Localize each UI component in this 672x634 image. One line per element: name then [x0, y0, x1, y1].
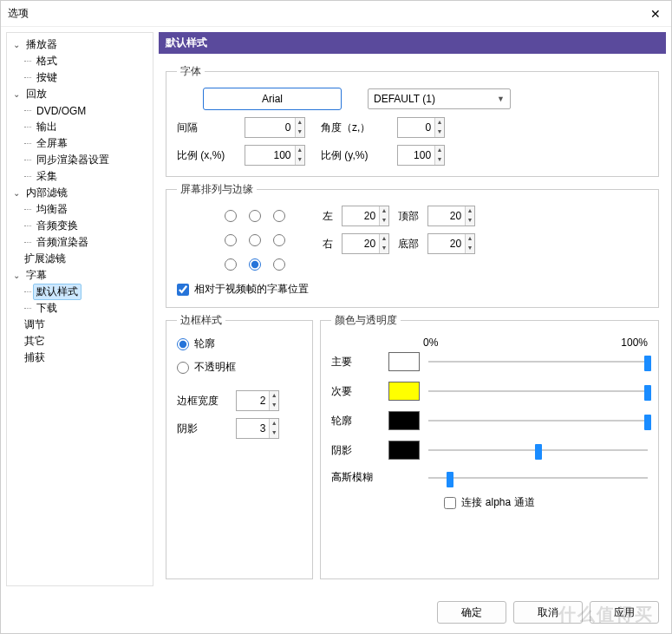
spacing-spin[interactable]: ▲▼ [245, 117, 305, 138]
caret-icon[interactable]: ⌄ [10, 271, 23, 280]
tree-item[interactable]: 格式 [9, 53, 151, 69]
align-radio[interactable] [273, 234, 285, 246]
scaley-input[interactable] [398, 146, 434, 165]
relative-checkbox[interactable]: 相对于视频帧的字幕位置 [177, 282, 648, 297]
primary-swatch[interactable] [388, 352, 420, 371]
align-radio[interactable] [225, 258, 237, 271]
shadow-slider[interactable] [428, 444, 648, 456]
ok-button[interactable]: 确定 [437, 601, 506, 624]
caret-icon[interactable]: ⌄ [10, 89, 23, 99]
relative-checkbox-input[interactable] [177, 284, 189, 296]
spin-up-icon[interactable]: ▲ [270, 419, 278, 428]
tree-item[interactable]: 默认样式 [9, 284, 151, 300]
tree-item[interactable]: 扩展滤镜 [9, 251, 151, 267]
spin-down-icon[interactable]: ▼ [466, 216, 474, 225]
tree-item[interactable]: 按键 [9, 69, 151, 86]
scalex-input[interactable] [245, 146, 295, 165]
secondary-slider[interactable] [428, 385, 648, 397]
align-radio-grid[interactable] [220, 206, 290, 275]
left-input[interactable] [343, 206, 379, 225]
shadow-swatch[interactable] [388, 441, 420, 460]
spin-down-icon[interactable]: ▼ [435, 127, 444, 137]
spin-down-icon[interactable]: ▼ [296, 127, 305, 137]
nav-tree[interactable]: ⌄播放器格式按键⌄回放DVD/OGM输出全屏幕同步渲染器设置采集⌄内部滤镜均衡器… [6, 32, 153, 586]
align-radio[interactable] [249, 234, 261, 246]
link-alpha-checkbox[interactable]: 连接 alpha 通道 [331, 495, 648, 510]
apply-button[interactable]: 应用 [590, 601, 659, 624]
right-input[interactable] [343, 234, 379, 253]
spin-up-icon[interactable]: ▲ [435, 118, 444, 127]
tree-item-label: 格式 [33, 53, 61, 69]
font-default-combo[interactable]: DEFAULT (1) ▼ [368, 88, 511, 109]
primary-slider[interactable] [428, 356, 648, 368]
spin-down-icon[interactable]: ▼ [296, 155, 305, 165]
tree-item[interactable]: 均衡器 [9, 201, 151, 218]
left-spin[interactable]: ▲▼ [342, 206, 389, 226]
border-shadow-input[interactable] [237, 419, 269, 438]
spin-up-icon[interactable]: ▲ [380, 234, 388, 244]
angle-input[interactable] [398, 118, 434, 137]
top-spin[interactable]: ▲▼ [427, 206, 475, 226]
tree-item-label: 回放 [23, 86, 50, 102]
spin-up-icon[interactable]: ▲ [466, 234, 474, 244]
tree-item[interactable]: 下载 [9, 300, 151, 317]
tree-item[interactable]: 音频渲染器 [9, 234, 151, 251]
spin-down-icon[interactable]: ▼ [380, 244, 388, 253]
spin-up-icon[interactable]: ▲ [296, 146, 305, 155]
right-spin[interactable]: ▲▼ [342, 233, 389, 254]
spin-down-icon[interactable]: ▼ [380, 216, 388, 225]
bottom-input[interactable] [428, 234, 465, 253]
tree-item[interactable]: 输出 [9, 119, 151, 135]
bottom-spin[interactable]: ▲▼ [427, 233, 475, 254]
spin-down-icon[interactable]: ▼ [270, 401, 278, 410]
align-radio[interactable] [273, 258, 285, 271]
top-input[interactable] [428, 206, 465, 225]
tree-item[interactable]: 捕获 [9, 350, 151, 366]
scaley-spin[interactable]: ▲▼ [397, 145, 445, 166]
border-shadow-spin[interactable]: ▲▼ [236, 418, 279, 439]
border-width-spin[interactable]: ▲▼ [236, 390, 279, 411]
blur-row: 高斯模糊 [331, 470, 648, 485]
spin-up-icon[interactable]: ▲ [380, 206, 388, 216]
tree-item[interactable]: DVD/OGM [9, 102, 151, 119]
spin-up-icon[interactable]: ▲ [466, 206, 474, 216]
font-button[interactable]: Arial [203, 88, 342, 110]
tree-item[interactable]: 音频变换 [9, 218, 151, 234]
tree-item[interactable]: 同步渲染器设置 [9, 152, 151, 168]
tree-item[interactable]: ⌄字幕 [9, 267, 151, 284]
tree-item[interactable]: ⌄播放器 [9, 36, 151, 53]
tree-item[interactable]: 采集 [9, 168, 151, 185]
align-radio[interactable] [225, 210, 237, 222]
spacing-input[interactable] [245, 118, 295, 137]
tree-item[interactable]: ⌄内部滤镜 [9, 185, 151, 201]
spin-down-icon[interactable]: ▼ [435, 155, 444, 165]
tree-item[interactable]: 其它 [9, 333, 151, 350]
align-radio[interactable] [249, 210, 261, 222]
align-radio[interactable] [225, 234, 237, 246]
spin-down-icon[interactable]: ▼ [466, 244, 474, 253]
cancel-button[interactable]: 取消 [513, 601, 583, 624]
spin-down-icon[interactable]: ▼ [270, 428, 278, 438]
scalex-spin[interactable]: ▲▼ [245, 145, 305, 166]
outline-radio[interactable]: 轮廓 [177, 337, 302, 351]
spin-up-icon[interactable]: ▲ [435, 146, 444, 155]
angle-spin[interactable]: ▲▼ [397, 117, 445, 138]
caret-icon[interactable]: ⌄ [10, 188, 23, 198]
close-icon[interactable]: ✕ [647, 7, 664, 21]
align-radio[interactable] [249, 258, 261, 271]
border-width-input[interactable] [237, 391, 269, 410]
bottom-label: 底部 [398, 237, 419, 252]
outline-slider[interactable] [428, 415, 648, 427]
tree-item[interactable]: 调节 [9, 317, 151, 333]
caret-icon[interactable]: ⌄ [10, 40, 23, 49]
blur-slider[interactable] [428, 472, 648, 484]
tree-item[interactable]: ⌄回放 [9, 86, 151, 102]
opaque-radio[interactable]: 不透明框 [177, 360, 302, 375]
tree-item[interactable]: 全屏幕 [9, 135, 151, 152]
spin-up-icon[interactable]: ▲ [270, 391, 278, 401]
link-alpha-input[interactable] [444, 497, 456, 509]
align-radio[interactable] [273, 210, 285, 222]
secondary-swatch[interactable] [388, 382, 420, 401]
spin-up-icon[interactable]: ▲ [296, 118, 305, 127]
outline-swatch[interactable] [388, 411, 420, 430]
